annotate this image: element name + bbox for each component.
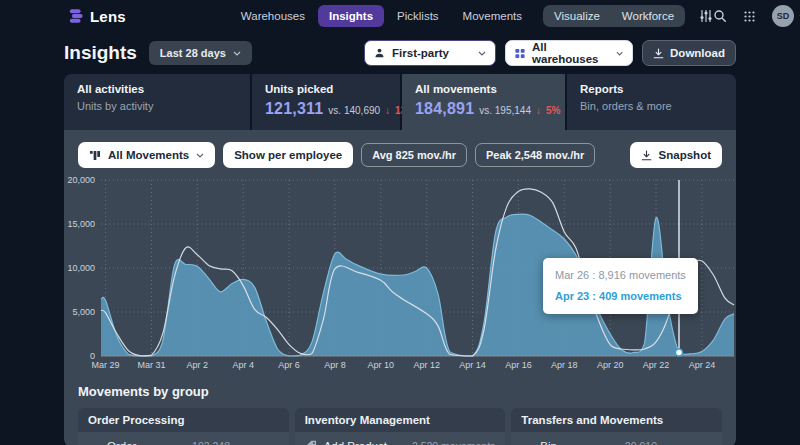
tag-icon: [305, 440, 317, 445]
x-axis-label: Apr 20: [597, 360, 624, 370]
nav-item-insights[interactable]: Insights: [318, 5, 384, 27]
x-axis-label: Apr 22: [643, 360, 670, 370]
y-axis-label: 20,000: [67, 175, 95, 185]
stat-value: 121,311: [265, 100, 323, 118]
x-axis-label: Apr 2: [187, 360, 209, 370]
stat-title: Units picked: [265, 83, 387, 95]
delta-down-icon: ↓: [536, 105, 541, 116]
chevron-down-icon: [196, 153, 204, 158]
stat-title: All movements: [415, 83, 552, 95]
y-axis-label: 15,000: [67, 219, 95, 229]
chevron-down-icon: [478, 51, 486, 56]
y-axis: 05,00010,00015,00020,000: [64, 180, 97, 356]
stat-value: 184,891: [415, 100, 474, 118]
stat-title: All activities: [77, 83, 237, 95]
snapshot-button[interactable]: Snapshot: [630, 142, 722, 168]
party-select-value: First-party: [392, 47, 449, 59]
nav-item-movements[interactable]: Movements: [452, 5, 533, 27]
x-axis-label: Apr 12: [413, 360, 440, 370]
show-per-employee-label: Show per employee: [234, 149, 342, 161]
brand[interactable]: Lens: [68, 8, 126, 25]
stat-vs: vs. 140,690: [328, 105, 380, 116]
x-axis-label: Mar 31: [137, 360, 165, 370]
nav-item-warehouses[interactable]: Warehouses: [230, 5, 316, 27]
x-axis-label: Mar 29: [92, 360, 120, 370]
y-axis-label: 10,000: [67, 263, 95, 273]
group-item-label: Order Picked: [107, 440, 168, 445]
y-axis-label: 5,000: [72, 307, 95, 317]
tooltip-current-line: Apr 23 : 409 movements: [555, 286, 686, 307]
x-axis-label: Apr 4: [232, 360, 254, 370]
x-axis-label: Apr 14: [459, 360, 486, 370]
nav-group: Visualize Workforce: [543, 5, 685, 27]
x-axis-label: Apr 18: [551, 360, 578, 370]
stat-subtitle: Units by activity: [77, 100, 237, 112]
group-card-transfers-movements: Transfers and Movements Bin Transfer 20,…: [511, 408, 722, 445]
show-per-employee-button[interactable]: Show per employee: [223, 142, 353, 168]
avg-rate-badge: Avg 825 mov./hr: [361, 143, 467, 167]
group-card-row[interactable]: Order Picked 103,248 movements: [78, 432, 289, 445]
download-icon: [641, 150, 652, 161]
groups-heading: Movements by group: [78, 384, 722, 399]
app-header: Lens Warehouses Insights Picklists Movem…: [0, 0, 800, 32]
group-item-count: 20,910 movements: [625, 440, 712, 445]
nav-item-workforce[interactable]: Workforce: [611, 5, 685, 27]
lens-logo-icon: [68, 8, 84, 24]
movement-type-select[interactable]: All Movements: [78, 142, 215, 168]
download-icon: [653, 48, 664, 59]
group-item-count: 2,520 movements: [412, 440, 495, 445]
page-title: Insights: [64, 42, 137, 64]
group-card-title: Inventory Management: [295, 408, 506, 432]
nav-item-visualize[interactable]: Visualize: [543, 5, 611, 27]
movements-chart: 05,00010,00015,00020,000 Mar 26 : 8,916 …: [64, 176, 736, 374]
user-menu[interactable]: SD: [772, 5, 800, 27]
group-card-row[interactable]: Bin Transfer 20,910 movements: [511, 432, 722, 445]
group-card-inventory-management: Inventory Management Add Product 2,520 m…: [295, 408, 506, 445]
warehouse-select[interactable]: All warehouses: [505, 40, 633, 66]
stat-card-reports[interactable]: Reports Bin, orders & more: [567, 74, 736, 130]
group-card-row[interactable]: Add Product 2,520 movements: [295, 432, 506, 445]
stat-cards-row: All activities Units by activity Units p…: [64, 74, 736, 130]
movement-type-value: All Movements: [108, 149, 189, 161]
movements-panel: All Movements Show per employee Avg 825 …: [64, 130, 736, 445]
download-button[interactable]: Download: [642, 40, 736, 66]
x-axis-label: Apr 8: [324, 360, 346, 370]
chevron-down-icon: [233, 51, 241, 56]
columns-icon: [89, 150, 101, 161]
title-row: Insights Last 28 days First-party All wa…: [0, 32, 800, 72]
stat-card-all-movements[interactable]: All movements 184,891 vs. 195,144 ↓ 5%: [402, 74, 565, 130]
group-item-label: Add Product: [324, 440, 387, 445]
stat-vs: vs. 195,144: [479, 105, 531, 116]
sliders-filter-icon[interactable]: [699, 9, 713, 23]
title-controls: First-party All warehouses Download: [364, 40, 736, 66]
group-card-order-processing: Order Processing Order Picked: [78, 408, 289, 445]
group-item-label: Bin Transfer: [540, 440, 601, 445]
tooltip-previous-line: Mar 26 : 8,916 movements: [555, 265, 686, 286]
stat-title: Reports: [580, 83, 723, 95]
movements-by-group: Movements by group Order Processing Orde…: [64, 374, 736, 445]
peak-rate-badge: Peak 2,548 mov./hr: [475, 143, 595, 167]
group-item-count: 103,248 movements: [192, 440, 279, 445]
party-select[interactable]: First-party: [364, 40, 496, 66]
avatar: SD: [772, 5, 794, 27]
search-icon[interactable]: [713, 9, 727, 23]
x-axis-label: Apr 6: [278, 360, 300, 370]
stat-card-units-picked[interactable]: Units picked 121,311 vs. 140,690 ↓ 13%: [252, 74, 400, 130]
brand-name: Lens: [90, 8, 126, 25]
main-nav: Warehouses Insights Picklists Movements …: [230, 5, 713, 27]
x-axis-label: Apr 24: [689, 360, 716, 370]
group-card-title: Transfers and Movements: [511, 408, 722, 432]
person-icon: [374, 47, 385, 59]
nav-item-picklists[interactable]: Picklists: [386, 5, 450, 27]
download-label: Download: [670, 47, 725, 59]
apps-grid-icon[interactable]: [743, 10, 756, 23]
chart-tooltip: Mar 26 : 8,916 movements Apr 23 : 409 mo…: [543, 258, 698, 314]
date-range-select[interactable]: Last 28 days: [149, 41, 252, 65]
chart-plot-area[interactable]: Mar 26 : 8,916 movements Apr 23 : 409 mo…: [101, 180, 734, 356]
chevron-down-icon: [616, 51, 623, 56]
stat-card-all-activities[interactable]: All activities Units by activity: [64, 74, 250, 130]
date-range-label: Last 28 days: [160, 47, 226, 59]
header-right: SD: [713, 5, 800, 27]
group-card-title: Order Processing: [78, 408, 289, 432]
warehouse-select-value: All warehouses: [532, 41, 609, 65]
